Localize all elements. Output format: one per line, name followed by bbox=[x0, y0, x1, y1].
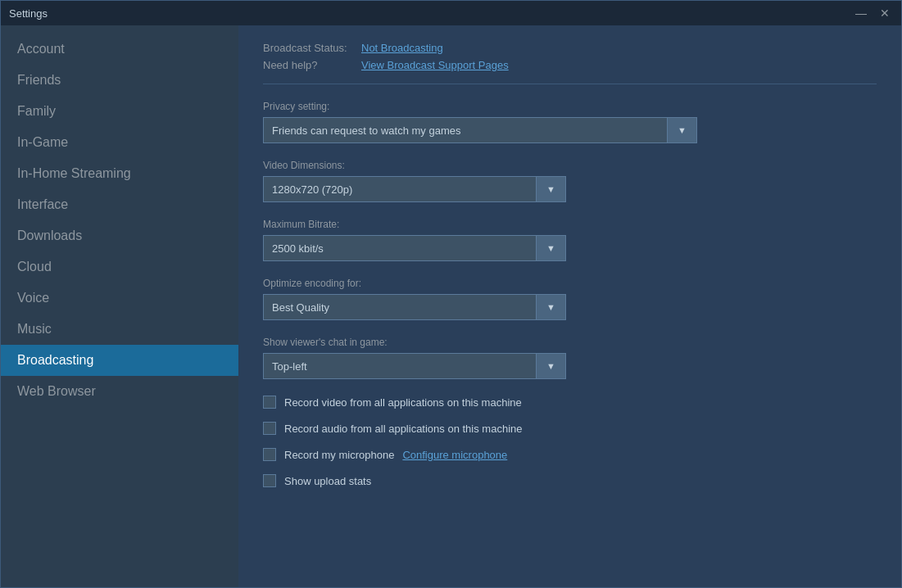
sidebar-item-downloads[interactable]: Downloads bbox=[1, 220, 238, 251]
need-help-label: Need help? bbox=[263, 59, 353, 71]
video-dimensions-value: 1280x720 (720p) bbox=[264, 183, 536, 196]
privacy-dropdown-arrow: ▼ bbox=[667, 118, 696, 142]
optimize-select[interactable]: Best Quality ▼ bbox=[263, 294, 566, 320]
chat-arrow: ▼ bbox=[536, 354, 565, 378]
view-support-link[interactable]: View Broadcast Support Pages bbox=[361, 59, 509, 71]
record-video-label: Record video from all applications on th… bbox=[284, 396, 522, 409]
content-area: Account Friends Family In-Game In-Home S… bbox=[1, 25, 901, 587]
settings-window: Settings — ✕ Account Friends Family In-G… bbox=[0, 0, 902, 588]
privacy-select-value: Friends can request to watch my games bbox=[264, 124, 667, 137]
close-button[interactable]: ✕ bbox=[877, 7, 893, 20]
privacy-select[interactable]: Friends can request to watch my games ▼ bbox=[263, 117, 697, 143]
max-bitrate-label: Maximum Bitrate: bbox=[263, 219, 877, 230]
sidebar-item-family[interactable]: Family bbox=[1, 96, 238, 127]
chat-select[interactable]: Top-left ▼ bbox=[263, 353, 566, 379]
record-microphone-checkbox[interactable] bbox=[263, 448, 276, 461]
checkboxes-section: Record video from all applications on th… bbox=[263, 396, 877, 487]
sidebar-item-in-game[interactable]: In-Game bbox=[1, 127, 238, 158]
max-bitrate-select[interactable]: 2500 kbit/s ▼ bbox=[263, 235, 566, 261]
record-microphone-label: Record my microphone bbox=[284, 449, 394, 461]
main-content: Broadcast Status: Not Broadcasting Need … bbox=[238, 25, 901, 587]
sidebar-item-friends[interactable]: Friends bbox=[1, 65, 238, 96]
broadcast-status-label: Broadcast Status: bbox=[263, 42, 353, 54]
record-audio-checkbox[interactable] bbox=[263, 422, 276, 435]
max-bitrate-arrow: ▼ bbox=[536, 236, 565, 260]
window-title: Settings bbox=[9, 7, 48, 20]
record-audio-label: Record audio from all applications on th… bbox=[284, 423, 523, 435]
need-help-row: Need help? View Broadcast Support Pages bbox=[263, 59, 877, 71]
optimize-value: Best Quality bbox=[264, 301, 536, 314]
sidebar-item-interface[interactable]: Interface bbox=[1, 189, 238, 220]
title-bar: Settings — ✕ bbox=[1, 1, 901, 25]
chat-section: Show viewer's chat in game: Top-left ▼ bbox=[263, 337, 877, 379]
checkbox-row-2: Record audio from all applications on th… bbox=[263, 422, 877, 435]
chat-label: Show viewer's chat in game: bbox=[263, 337, 877, 348]
optimize-arrow: ▼ bbox=[536, 295, 565, 319]
video-dimensions-arrow: ▼ bbox=[536, 177, 565, 201]
sidebar-item-music[interactable]: Music bbox=[1, 314, 238, 345]
checkbox-row-3: Record my microphone Configure microphon… bbox=[263, 448, 877, 461]
sidebar-item-web-browser[interactable]: Web Browser bbox=[1, 376, 238, 407]
checkbox-row-4: Show upload stats bbox=[263, 474, 877, 487]
sidebar-item-broadcasting[interactable]: Broadcasting bbox=[1, 345, 238, 376]
video-dimensions-section: Video Dimensions: 1280x720 (720p) ▼ bbox=[263, 160, 877, 202]
sidebar: Account Friends Family In-Game In-Home S… bbox=[1, 25, 238, 587]
privacy-section: Privacy setting: Friends can request to … bbox=[263, 101, 877, 143]
chat-value: Top-left bbox=[264, 360, 536, 373]
checkbox-row-1: Record video from all applications on th… bbox=[263, 396, 877, 409]
privacy-label: Privacy setting: bbox=[263, 101, 877, 112]
record-video-checkbox[interactable] bbox=[263, 396, 276, 409]
sidebar-item-voice[interactable]: Voice bbox=[1, 283, 238, 314]
sidebar-item-in-home-streaming[interactable]: In-Home Streaming bbox=[1, 158, 238, 189]
max-bitrate-value: 2500 kbit/s bbox=[264, 242, 536, 255]
optimize-section: Optimize encoding for: Best Quality ▼ bbox=[263, 278, 877, 320]
video-dimensions-label: Video Dimensions: bbox=[263, 160, 877, 171]
video-dimensions-select[interactable]: 1280x720 (720p) ▼ bbox=[263, 176, 566, 202]
optimize-label: Optimize encoding for: bbox=[263, 278, 877, 289]
minimize-button[interactable]: — bbox=[852, 7, 870, 20]
configure-microphone-link[interactable]: Configure microphone bbox=[402, 449, 507, 461]
sidebar-item-cloud[interactable]: Cloud bbox=[1, 251, 238, 283]
sidebar-item-account[interactable]: Account bbox=[1, 34, 238, 65]
show-upload-stats-label: Show upload stats bbox=[284, 475, 371, 487]
show-upload-stats-checkbox[interactable] bbox=[263, 474, 276, 487]
broadcast-header: Broadcast Status: Not Broadcasting Need … bbox=[263, 42, 877, 84]
max-bitrate-section: Maximum Bitrate: 2500 kbit/s ▼ bbox=[263, 219, 877, 261]
window-controls: — ✕ bbox=[852, 7, 893, 20]
not-broadcasting-link[interactable]: Not Broadcasting bbox=[361, 42, 443, 54]
broadcast-status-row: Broadcast Status: Not Broadcasting bbox=[263, 42, 877, 54]
